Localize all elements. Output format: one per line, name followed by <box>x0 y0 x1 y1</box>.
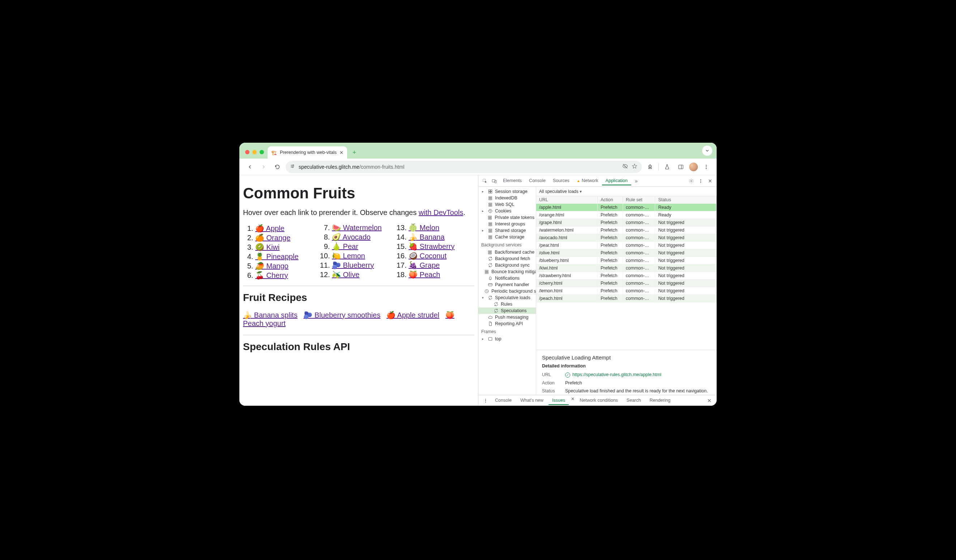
fruit-link[interactable]: 🍇 Grape <box>409 261 440 269</box>
sidebar-item-reporting-api[interactable]: Reporting API <box>478 320 536 327</box>
sidebar-item-interest-groups[interactable]: Interest groups <box>478 221 536 227</box>
table-row[interactable]: /apple.htmlPrefetchcommon-…Ready <box>536 204 717 211</box>
more-tabs-button[interactable]: » <box>632 177 641 185</box>
sidebar-item-session-storage[interactable]: ▸Session storage <box>478 188 536 195</box>
fruit-link[interactable]: 🥝 Kiwi <box>255 243 280 251</box>
sidebar-item-web-sql[interactable]: Web SQL <box>478 201 536 208</box>
close-window-button[interactable] <box>245 150 250 154</box>
table-row[interactable]: /peach.htmlPrefetchcommon-…Not triggered <box>536 295 717 303</box>
sidebar-item-background-sync[interactable]: Background sync <box>478 262 536 268</box>
sidebar-item-bounce-tracking-mitigations[interactable]: Bounce tracking mitigations <box>478 268 536 275</box>
devtools-tab-elements[interactable]: Elements <box>499 177 525 185</box>
fruit-link[interactable]: 🍉 Watermelon <box>332 224 382 232</box>
fruit-link[interactable]: 🍐 Pear <box>332 242 358 250</box>
col-url[interactable]: URL <box>536 196 598 204</box>
devtools-tab-console[interactable]: Console <box>525 177 549 185</box>
browser-menu-button[interactable] <box>701 162 712 173</box>
devtools-tab-sources[interactable]: Sources <box>549 177 573 185</box>
table-row[interactable]: /avocado.htmlPrefetchcommon-…Not trigger… <box>536 234 717 242</box>
sidebar-item-payment-handler[interactable]: Payment handler <box>478 281 536 288</box>
sidebar-item-notifications[interactable]: Notifications <box>478 275 536 281</box>
sidebar-item-background-fetch[interactable]: Background fetch <box>478 256 536 262</box>
forward-button[interactable] <box>258 162 269 173</box>
drawer-tab-console[interactable]: Console <box>491 396 515 405</box>
sidebar-item-speculations[interactable]: Speculations <box>478 307 536 314</box>
recipe-link[interactable]: 🫐 Blueberry smoothies <box>303 311 381 319</box>
device-toggle-button[interactable] <box>490 177 498 185</box>
drawer-tab-close[interactable]: ✕ <box>571 396 574 405</box>
detail-url-link[interactable]: https://speculative-rules.glitch.me/appl… <box>572 372 661 377</box>
fruit-link[interactable]: 🍌 Banana <box>409 233 445 241</box>
devtools-close-button[interactable]: ✕ <box>706 177 714 185</box>
sidebar-item-back-forward-cache[interactable]: Back/forward cache <box>478 249 536 256</box>
recipe-link[interactable]: 🍎 Apple strudel <box>387 311 439 319</box>
table-row[interactable]: /olive.htmlPrefetchcommon-…Not triggered <box>536 249 717 257</box>
sidebar-item-indexeddb[interactable]: IndexedDB <box>478 195 536 201</box>
fruit-link[interactable]: 🥥 Coconut <box>409 252 447 260</box>
site-info-icon[interactable] <box>290 164 295 170</box>
filter-select[interactable]: All speculative loads <box>539 189 582 194</box>
sidebar-item-cache-storage[interactable]: Cache storage <box>478 234 536 240</box>
reload-button[interactable] <box>272 162 283 173</box>
devtools-link[interactable]: with DevTools <box>419 209 463 216</box>
drawer-tab-issues[interactable]: Issues <box>549 396 569 405</box>
new-tab-button[interactable]: + <box>349 147 359 157</box>
table-row[interactable]: /blueberry.htmlPrefetchcommon-…Not trigg… <box>536 257 717 265</box>
fruit-link[interactable]: 🍎 Apple <box>255 224 285 232</box>
fruit-link[interactable]: 🍊 Orange <box>255 234 290 242</box>
recipe-link[interactable]: 🍌 Banana splits <box>243 311 297 319</box>
table-row[interactable]: /pear.htmlPrefetchcommon-…Not triggered <box>536 242 717 249</box>
fruit-link[interactable]: 🍒 Cherry <box>255 271 288 279</box>
inspect-element-button[interactable] <box>481 177 489 185</box>
drawer-tab-network-conditions[interactable]: Network conditions <box>576 396 621 405</box>
star-icon[interactable] <box>632 163 637 170</box>
devtools-menu-button[interactable] <box>697 177 705 185</box>
table-row[interactable]: /watermelon.htmlPrefetchcommon-…Not trig… <box>536 226 717 234</box>
profile-avatar[interactable] <box>689 163 698 171</box>
address-bar[interactable]: speculative-rules.glitch.me/common-fruit… <box>286 161 642 173</box>
tab-close-icon[interactable]: ✕ <box>340 150 343 155</box>
sidebar-item-rules[interactable]: Rules <box>478 301 536 307</box>
table-row[interactable]: /cherry.htmlPrefetchcommon-…Not triggere… <box>536 280 717 287</box>
table-row[interactable]: /strawberry.htmlPrefetchcommon-…Not trig… <box>536 272 717 280</box>
sidebar-item-private-state-tokens[interactable]: Private state tokens <box>478 214 536 221</box>
devtools-tab-network[interactable]: Network <box>573 177 602 185</box>
sidebar-item-shared-storage[interactable]: ▸Shared storage <box>478 227 536 234</box>
drawer-tab-rendering[interactable]: Rendering <box>646 396 674 405</box>
window-menu-button[interactable] <box>702 146 712 156</box>
col-status[interactable]: Status <box>655 196 717 204</box>
labs-button[interactable] <box>662 162 673 173</box>
maximize-window-button[interactable] <box>259 150 264 154</box>
drawer-close-button[interactable]: ✕ <box>705 396 714 405</box>
table-row[interactable]: /kiwi.htmlPrefetchcommon-…Not triggered <box>536 265 717 272</box>
devtools-tab-application[interactable]: Application <box>602 177 631 185</box>
table-row[interactable]: /grape.htmlPrefetchcommon-…Not triggered <box>536 219 717 226</box>
browser-tab[interactable]: 🏗️ Prerendering with web-vitals ✕ <box>267 146 347 158</box>
minimize-window-button[interactable] <box>252 150 257 154</box>
table-row[interactable]: /orange.htmlPrefetchcommon-…Ready <box>536 211 717 219</box>
fruit-link[interactable]: 🍈 Melon <box>409 224 439 232</box>
col-action[interactable]: Action <box>598 196 623 204</box>
drawer-menu-button[interactable] <box>481 396 490 405</box>
extensions-button[interactable] <box>645 162 656 173</box>
sidebar-item-top[interactable]: ▸top <box>478 336 536 342</box>
eye-off-icon[interactable] <box>622 163 628 170</box>
back-button[interactable] <box>244 162 255 173</box>
sidebar-item-push-messaging[interactable]: Push messaging <box>478 314 536 320</box>
sidebar-item-cookies[interactable]: ▸Cookies <box>478 208 536 214</box>
fruit-link[interactable]: 🥭 Mango <box>255 262 289 270</box>
fruit-link[interactable]: 🍓 Strawberry <box>409 242 454 250</box>
fruit-link[interactable]: 🍑 Peach <box>409 271 440 279</box>
drawer-tab-what-s-new[interactable]: What's new <box>517 396 547 405</box>
fruit-link[interactable]: 🫐 Blueberry <box>332 261 374 269</box>
fruit-link[interactable]: 🥑 Avocado <box>332 233 371 241</box>
sidebar-item-speculative-loads[interactable]: ▾Speculative loads <box>478 295 536 301</box>
sidebar-item-periodic-background-sync[interactable]: Periodic background sync <box>478 288 536 295</box>
fruit-link[interactable]: 🫒 Olive <box>332 271 359 279</box>
fruit-link[interactable]: 🍋 Lemon <box>332 252 365 260</box>
sidepanel-button[interactable] <box>675 162 686 173</box>
table-row[interactable]: /lemon.htmlPrefetchcommon-…Not triggered <box>536 287 717 295</box>
drawer-tab-search[interactable]: Search <box>623 396 645 405</box>
col-rule-set[interactable]: Rule set <box>623 196 655 204</box>
devtools-settings-button[interactable] <box>687 177 696 185</box>
